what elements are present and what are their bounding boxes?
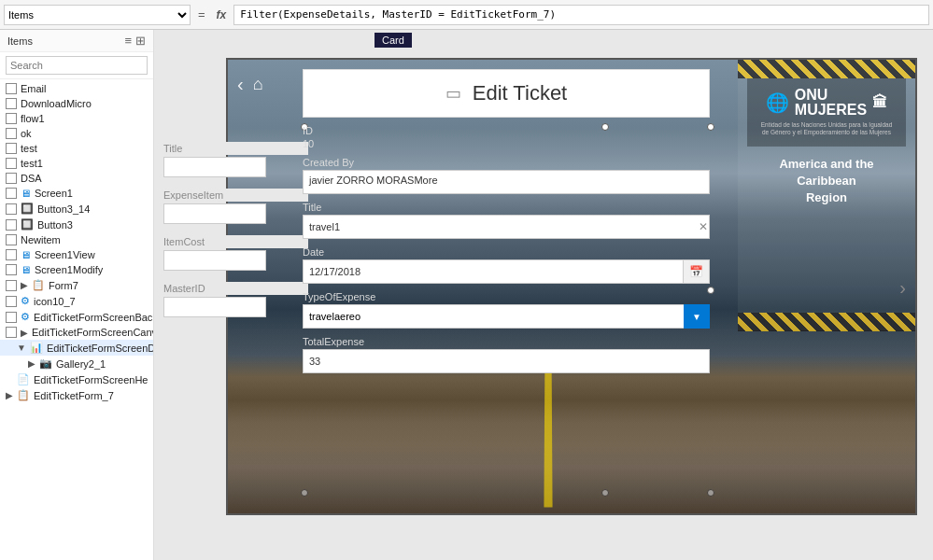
item-label: Newitem [21, 234, 61, 245]
checkbox[interactable] [6, 296, 17, 307]
button-icon: 🔲 [21, 218, 34, 231]
onu-subtitle: Entidad de las Naciones Unidas para la I… [761, 121, 893, 137]
item-label: icon10_7 [34, 296, 76, 307]
checkbox[interactable] [6, 83, 17, 94]
list-item[interactable]: ⚙ icon10_7 [0, 293, 153, 309]
home-button[interactable]: ⌂ [253, 75, 263, 94]
title-field: Title ✕ [303, 202, 710, 239]
list-item[interactable]: 🖥 Screen1View [0, 247, 153, 262]
list-item[interactable]: ▶ 📋 EditTicketForm_7 [0, 387, 153, 403]
list-item[interactable]: ▶ 📋 Form7 [0, 277, 153, 293]
list-item[interactable]: DownloadMicro [0, 96, 153, 111]
checkbox[interactable] [6, 173, 17, 184]
item-icon: 📄 [17, 373, 30, 385]
icon-icon: ⚙ [21, 311, 30, 323]
form-icon: 📋 [17, 389, 30, 401]
edit-ticket-header: ▭ Edit Ticket [303, 69, 710, 118]
list-view-icon[interactable]: ≡ [124, 34, 132, 48]
item-label: EditTicketFormScreenHe [34, 374, 148, 385]
checkbox[interactable] [6, 158, 17, 169]
list-item[interactable]: Email [0, 81, 153, 96]
items-dropdown[interactable]: Items [4, 5, 191, 25]
item-label: ok [21, 128, 32, 139]
left-title-input[interactable] [163, 157, 266, 177]
button-icon: 🔲 [21, 203, 34, 215]
list-item[interactable]: ▶ 📷 Gallery2_1 [0, 356, 153, 371]
expand-icon[interactable]: ▶ [6, 390, 13, 400]
item-label: test [21, 143, 37, 154]
top-bar: Items = fx [0, 0, 933, 30]
type-select[interactable]: travelaereo [303, 304, 710, 329]
date-input[interactable] [303, 259, 684, 284]
list-item[interactable]: 🔲 Button3_14 [0, 201, 153, 217]
item-label: Email [21, 83, 47, 94]
equals-symbol: = [194, 7, 209, 21]
expand-icon[interactable]: ▼ [17, 343, 26, 353]
expand-icon[interactable]: ▶ [28, 358, 35, 369]
item-label: Screen1 [35, 188, 73, 199]
item-label: DownloadMicro [21, 98, 92, 109]
list-item[interactable]: ok [0, 126, 153, 141]
title-input[interactable] [303, 215, 710, 239]
list-item[interactable]: 🖥 Screen1 [0, 186, 153, 201]
list-item[interactable]: ▼ 📊 EditTicketFormScreenDataC [0, 340, 153, 356]
calendar-icon[interactable]: 📅 [684, 259, 710, 284]
right-arrow-icon[interactable]: › [899, 277, 906, 299]
form-icon: 📋 [32, 279, 45, 291]
item-label: EditTicketFormScreenDataC [47, 343, 153, 354]
item-label: Button3_14 [37, 203, 90, 215]
total-field: TotalExpense [303, 336, 710, 373]
list-item[interactable]: ⚙ EditTicketFormScreenBack_25 [0, 309, 153, 325]
checkbox[interactable] [6, 143, 17, 154]
checkbox[interactable] [6, 249, 17, 260]
list-item[interactable]: flow1 [0, 111, 153, 126]
list-item[interactable]: 📄 EditTicketFormScreenHe [0, 371, 153, 387]
checkbox[interactable] [6, 128, 17, 139]
expand-icon[interactable]: ▶ [21, 328, 28, 338]
panel-icons: ≡ ⊞ [124, 34, 146, 48]
list-item[interactable]: test [0, 141, 153, 156]
left-expense-input[interactable] [163, 203, 266, 224]
list-item[interactable]: 🔲 Button3 [0, 217, 153, 232]
list-item[interactable]: Newitem [0, 232, 153, 247]
canvas-area: Card Title ExpenseItem ItemCost MasterID [154, 30, 933, 560]
checkbox[interactable] [6, 98, 17, 109]
grid-view-icon[interactable]: ⊞ [135, 34, 146, 48]
total-input[interactable] [303, 349, 710, 373]
card-label: Card [375, 33, 412, 48]
created-by-label: Created By [303, 157, 710, 168]
onu-region-text: America and theCaribbeanRegion [779, 156, 873, 207]
list-item[interactable]: DSA [0, 171, 153, 186]
checkbox[interactable] [6, 327, 17, 338]
left-master-input[interactable] [163, 297, 266, 317]
list-item[interactable]: test1 [0, 156, 153, 171]
checkbox[interactable] [6, 264, 17, 275]
title-label: Title [303, 202, 710, 213]
search-box [0, 52, 153, 79]
formula-input[interactable] [233, 5, 929, 25]
tree-list: Email DownloadMicro flow1 ok test test1 [0, 79, 153, 560]
title-clear-icon[interactable]: ✕ [699, 220, 708, 233]
checkbox[interactable] [6, 113, 17, 124]
type-field: TypeOfExpense travelaereo ▼ [303, 291, 710, 329]
expand-icon[interactable]: ▶ [21, 280, 28, 290]
left-master-label: MasterID [163, 282, 308, 295]
item-label: EditTicketFormScreenCanvas_7 [32, 327, 153, 338]
checkbox[interactable] [6, 234, 17, 245]
checkbox[interactable] [6, 219, 17, 231]
left-cost-field: ItemCost [163, 235, 308, 271]
checkbox[interactable] [6, 312, 17, 323]
back-button[interactable]: ‹ [237, 74, 244, 95]
id-value: 10 [303, 138, 710, 149]
list-item[interactable]: 🖥 Screen1Modify [0, 262, 153, 277]
list-item[interactable]: ▶ EditTicketFormScreenCanvas_7 [0, 325, 153, 340]
checkbox[interactable] [6, 188, 17, 199]
checkbox[interactable] [6, 280, 17, 291]
left-cost-input[interactable] [163, 250, 266, 271]
item-label: EditTicketForm_7 [34, 390, 114, 401]
checkbox[interactable] [6, 203, 17, 215]
left-master-field: MasterID [163, 282, 308, 317]
search-input[interactable] [6, 56, 148, 75]
item-label: test1 [21, 158, 43, 169]
screen-icon: 🖥 [21, 249, 31, 260]
